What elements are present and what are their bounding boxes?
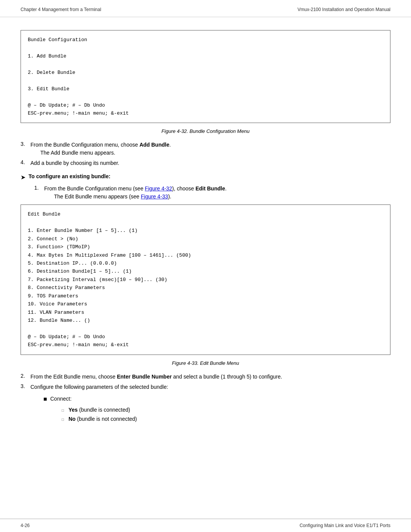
sub-bullet-yes-icon: □ <box>62 407 68 413</box>
step2-part1: From the Edit Bundle menu, choose <box>30 374 117 380</box>
step3-sub: The Add Bundle menu appears. <box>30 149 115 157</box>
terminal-box-edit-bundle: Edit Bundle 1. Enter Bundle Number [1 – … <box>21 204 390 355</box>
fig-32-link[interactable]: Figure 4-32 <box>145 185 172 192</box>
sub-bullet-list-connect: □ Yes (bundle is connected) □ No (bundle… <box>21 406 390 423</box>
arrow-heading-configure-bundle: ➤ To configure an existing bundle: <box>21 173 390 181</box>
sub-step1-part2: ), choose <box>172 185 195 192</box>
sub-step-1: 1. From the Bundle Configuration menu (s… <box>34 185 390 201</box>
step3b-text: Configure the following parameters of th… <box>30 383 168 391</box>
sub-bullet-no-icon: □ <box>62 417 68 422</box>
sub-step1-sub-part1: The Edit Bundle menu appears (see <box>54 193 141 200</box>
main-steps: 3. From the Bundle Configuration menu, c… <box>21 141 390 167</box>
header-right: Vmux-2100 Installation and Operation Man… <box>298 7 390 12</box>
terminal-box-bundle-config: Bundle Configuration 1. Add Bundle 2. De… <box>21 30 390 123</box>
figure-33-caption: Figure 4-33. Edit Bundle Menu <box>21 360 390 366</box>
sub-step1-part1: From the Bundle Configuration menu (see <box>44 185 145 192</box>
bullet-connect-label: Connect: <box>50 395 72 403</box>
sub-bullet-yes-text: Yes (bundle is connected) <box>68 406 130 414</box>
figure-32-caption: Figure 4-32. Bundle Configuration Menu <box>21 128 390 134</box>
page-content: Bundle Configuration 1. Add Bundle 2. De… <box>0 17 411 436</box>
step-4: 4. Add a bundle by choosing its number. <box>21 159 390 167</box>
step3-text-1: From the Bundle Configuration menu, choo… <box>30 142 139 148</box>
sub-step1-sub: The Edit Bundle menu appears (see Figure… <box>44 193 171 201</box>
sub-bullet-yes: □ Yes (bundle is connected) <box>62 406 390 414</box>
page-footer: 4-26 Configuring Main Link and Voice E1/… <box>0 519 411 532</box>
step3-bold: Add Bundle <box>139 142 169 148</box>
step2-bold: Enter Bundle Number <box>117 374 172 380</box>
sub-steps: 1. From the Bundle Configuration menu (s… <box>21 185 390 201</box>
page-header: Chapter 4 Management from a Terminal Vmu… <box>0 0 411 17</box>
step3-text-2: . <box>169 142 171 148</box>
post-step-2: 2. From the Edit Bundle menu, choose Ent… <box>21 373 390 381</box>
post-figure-steps: 2. From the Edit Bundle menu, choose Ent… <box>21 373 390 391</box>
sub-bullet-no-text: No (bundle is not connected) <box>68 415 137 423</box>
footer-right: Configuring Main Link and Voice E1/T1 Po… <box>299 523 390 528</box>
step4-text: Add a bundle by choosing its number. <box>30 159 119 167</box>
step-3: 3. From the Bundle Configuration menu, c… <box>21 141 390 157</box>
footer-left: 4-26 <box>21 523 30 528</box>
header-left: Chapter 4 Management from a Terminal <box>21 7 101 12</box>
arrow-icon: ➤ <box>21 174 25 181</box>
post-step-3: 3. Configure the following parameters of… <box>21 383 390 391</box>
arrow-heading-text: To configure an existing bundle: <box>29 173 110 179</box>
sub-step1-bold: Edit Bundle <box>196 185 225 192</box>
bullet-list-connect: ■ Connect: <box>21 395 390 404</box>
bullet-connect: ■ Connect: <box>43 395 390 404</box>
step2-part2: and select a bundle (1 through 5) to con… <box>172 374 282 380</box>
bullet-icon-connect: ■ <box>43 395 50 404</box>
fig-33-link[interactable]: Figure 4-33 <box>141 193 168 200</box>
sub-bullet-no: □ No (bundle is not connected) <box>62 415 390 423</box>
sub-step1-part3: . <box>225 185 226 192</box>
sub-step1-sub-part2: ). <box>168 193 172 200</box>
